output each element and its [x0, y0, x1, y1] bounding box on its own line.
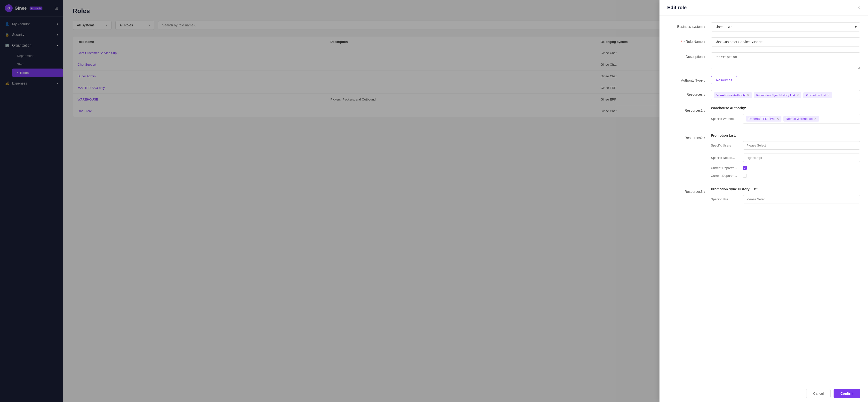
tag-warehouse-authority: Warehouse Authority ✕ — [714, 92, 752, 98]
resources-control: Warehouse Authority ✕ Promotion Sync His… — [711, 90, 860, 100]
authority-type-label: Authority Type： — [667, 76, 706, 83]
specific-users-row: Specific Users — [711, 141, 860, 150]
role-name-control — [711, 37, 860, 46]
specific-dept-input[interactable] — [743, 154, 860, 162]
resources-label: Resources： — [667, 90, 706, 97]
tag-promotion-sync: Promotion Sync History List ✕ — [754, 92, 801, 98]
specific-users-label: Specific Users — [711, 144, 740, 147]
tag-robertr: RobertR TEST WH ✕ — [746, 116, 781, 122]
chevron-down-icon: ▾ — [855, 25, 857, 29]
description-label: Description： — [667, 52, 706, 59]
tag-close-icon[interactable]: ✕ — [797, 94, 799, 97]
resources2-row: Resources2： Promotion List: Specific Use… — [667, 133, 860, 181]
confirm-button[interactable]: Confirm — [834, 389, 860, 398]
authority-type-control: Resources — [711, 76, 860, 84]
current-dept1-label: Current Departm... — [711, 166, 740, 170]
resources2-label: Resources2： — [667, 133, 706, 140]
description-control — [711, 52, 860, 70]
tag-promotion-list: Promotion List ✕ — [803, 92, 832, 98]
current-dept2-label: Current Departm... — [711, 174, 740, 177]
tag-close-icon[interactable]: ✕ — [777, 117, 779, 121]
close-button[interactable]: × — [857, 5, 860, 10]
current-dept1-checkbox-row: ✓ — [743, 166, 747, 170]
resources3-label: Resources3： — [667, 187, 706, 194]
role-name-row: * * Role Name： — [667, 37, 860, 46]
tag-close-icon[interactable]: ✕ — [747, 94, 749, 97]
resources1-label: Resources1： — [667, 106, 706, 113]
resources2-title: Promotion List: — [711, 133, 860, 137]
tag-close-icon[interactable]: ✕ — [814, 117, 816, 121]
warehouse-tags: RobertR TEST WH ✕ Default Warehouse ✕ — [743, 114, 860, 124]
resources3-title: Promotion Sync History List: — [711, 187, 860, 191]
checkbox-checked-icon[interactable]: ✓ — [743, 166, 747, 170]
business-system-row: Business system： Ginee ERP ▾ — [667, 22, 860, 32]
role-name-input[interactable] — [711, 37, 860, 46]
business-system-control: Ginee ERP ▾ — [711, 22, 860, 32]
specific-dept-label: Specific Depart... — [711, 156, 740, 160]
resources2-control: Promotion List: Specific Users Specific … — [711, 133, 860, 181]
tag-close-icon[interactable]: ✕ — [827, 94, 830, 97]
panel-body: Business system： Ginee ERP ▾ * * Role Na… — [659, 15, 868, 385]
panel-title: Edit role — [667, 5, 687, 10]
current-dept2-row: Current Departm... — [711, 174, 860, 177]
specific-users-input[interactable] — [743, 141, 860, 150]
resources1-control: Warehouse Authority: Specific Wareho... … — [711, 106, 860, 128]
resources1-warehouse-row: Specific Wareho... RobertR TEST WH ✕ Def… — [711, 114, 860, 124]
panel-header: Edit role × — [659, 0, 868, 15]
resources-button[interactable]: Resources — [711, 76, 737, 84]
specific-dept-row: Specific Depart... — [711, 154, 860, 162]
current-dept2-checkbox-row — [743, 174, 747, 177]
tag-default-warehouse: Default Warehouse ✕ — [783, 116, 819, 122]
resources-row: Resources： Warehouse Authority ✕ Promoti… — [667, 90, 860, 100]
resources1-row: Resources1： Warehouse Authority: Specifi… — [667, 106, 860, 128]
business-system-label: Business system： — [667, 22, 706, 29]
required-star: * — [681, 40, 683, 43]
resources3-users-label: Specific Use... — [711, 197, 740, 201]
resources3-control: Promotion Sync History List: Specific Us… — [711, 187, 860, 207]
authority-type-row: Authority Type： Resources — [667, 76, 860, 84]
checkbox-unchecked-icon[interactable] — [743, 174, 747, 177]
business-system-value: Ginee ERP — [715, 25, 732, 29]
role-name-label: * * Role Name： — [667, 37, 706, 44]
description-row: Description： — [667, 52, 860, 70]
current-dept1-row: Current Departm... ✓ — [711, 166, 860, 170]
resources-tags: Warehouse Authority ✕ Promotion Sync His… — [711, 90, 860, 100]
cancel-button[interactable]: Cancel — [806, 389, 831, 398]
resources3-row: Resources3： Promotion Sync History List:… — [667, 187, 860, 207]
resources3-users-input[interactable] — [743, 195, 860, 203]
panel-footer: Cancel Confirm — [659, 385, 868, 402]
edit-panel: Edit role × Business system： Ginee ERP ▾… — [659, 0, 868, 402]
resources1-title: Warehouse Authority: — [711, 106, 860, 110]
specific-warehouse-label: Specific Wareho... — [711, 117, 740, 121]
resources3-users-row: Specific Use... — [711, 195, 860, 203]
description-textarea[interactable] — [711, 52, 860, 69]
business-system-select[interactable]: Ginee ERP ▾ — [711, 22, 860, 32]
